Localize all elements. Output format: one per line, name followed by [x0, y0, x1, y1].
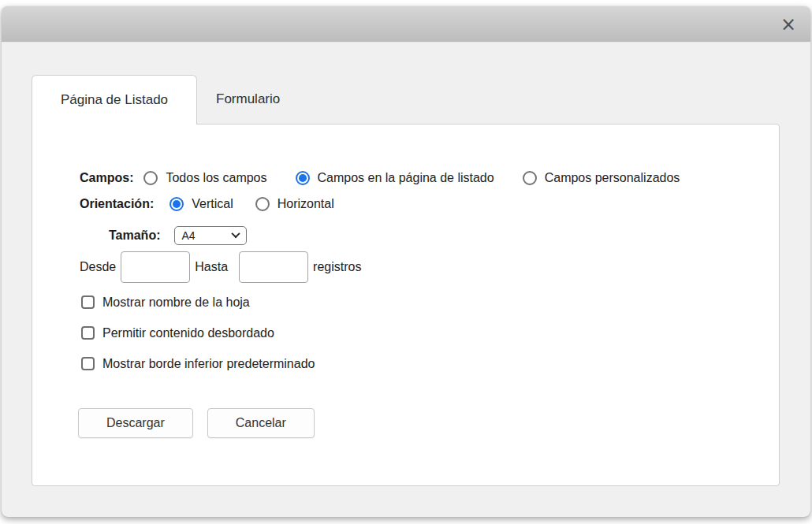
download-button[interactable]: Descargar [78, 408, 193, 438]
checkbox-icon[interactable] [81, 326, 95, 340]
tab-formulario[interactable]: Formulario [197, 75, 299, 124]
checkbox-mostrar-nombre-hoja[interactable]: Mostrar nombre de la hoja [81, 294, 779, 310]
tab-label: Página de Listado [61, 92, 168, 108]
tamano-label: Tamaño: [109, 229, 160, 243]
tamano-select[interactable]: A4 [174, 226, 247, 245]
checkbox-icon[interactable] [81, 295, 95, 309]
radio-label: Todos los campos [166, 171, 266, 185]
radio-icon[interactable] [296, 171, 310, 185]
checkbox-permitir-contenido-desbordado[interactable]: Permitir contenido desbordado [81, 325, 779, 341]
checkbox-label: Mostrar borde inferior predeterminado [102, 357, 315, 371]
radio-icon[interactable] [523, 171, 537, 185]
radio-icon[interactable] [169, 197, 184, 211]
radio-campos-personalizados[interactable]: Campos personalizados [523, 171, 680, 185]
desde-input[interactable] [121, 251, 190, 283]
hasta-input[interactable] [239, 251, 308, 283]
radio-vertical[interactable]: Vertical [169, 197, 233, 211]
rango-row: Desde Hasta registros [80, 251, 779, 283]
radio-todos-los-campos[interactable]: Todos los campos [143, 171, 266, 185]
tab-pagina-de-listado[interactable]: Página de Listado [32, 75, 197, 124]
cancel-button[interactable]: Cancelar [207, 408, 315, 438]
export-form: Campos: Todos los campos Campos en la pá… [32, 124, 779, 438]
hasta-label: Hasta [195, 260, 228, 274]
checkbox-mostrar-borde-inferior[interactable]: Mostrar borde inferior predeterminado [81, 355, 779, 372]
orientacion-label: Orientación: [80, 197, 154, 211]
tab-bar: Página de Listado Formulario [32, 75, 299, 124]
registros-label: registros [313, 260, 361, 274]
radio-campos-pagina-listado[interactable]: Campos en la página de listado [296, 171, 494, 185]
campos-row: Campos: Todos los campos Campos en la pá… [80, 169, 779, 187]
radio-icon[interactable] [143, 171, 158, 185]
checkbox-icon[interactable] [81, 357, 95, 370]
radio-horizontal[interactable]: Horizontal [255, 197, 334, 211]
campos-options: Todos los campos Campos en la página de … [143, 171, 680, 185]
tamano-selected-value: A4 [181, 229, 195, 242]
checkbox-label: Permitir contenido desbordado [102, 326, 274, 340]
close-icon[interactable]: × [780, 15, 796, 34]
orientacion-row: Orientación: Vertical Horizontal [80, 195, 779, 213]
export-dialog: × Página de Listado Formulario Campos: T… [2, 6, 810, 517]
tamano-row: Tamaño: A4 [109, 226, 779, 245]
tab-label: Formulario [216, 91, 280, 107]
radio-label: Horizontal [277, 197, 334, 211]
action-buttons: Descargar Cancelar [78, 408, 779, 438]
checkbox-group: Mostrar nombre de la hoja Permitir conte… [81, 294, 779, 372]
dialog-titlebar: × [2, 6, 810, 43]
campos-label: Campos: [80, 171, 133, 185]
radio-label: Campos en la página de listado [318, 171, 494, 185]
chevron-down-icon [232, 229, 240, 237]
radio-label: Vertical [192, 197, 233, 211]
tab-content-panel: Campos: Todos los campos Campos en la pá… [32, 124, 780, 486]
radio-label: Campos personalizados [545, 171, 680, 185]
checkbox-label: Mostrar nombre de la hoja [102, 295, 250, 310]
desde-label: Desde [80, 260, 116, 274]
orientacion-options: Vertical Horizontal [169, 197, 334, 211]
radio-icon[interactable] [255, 197, 270, 211]
